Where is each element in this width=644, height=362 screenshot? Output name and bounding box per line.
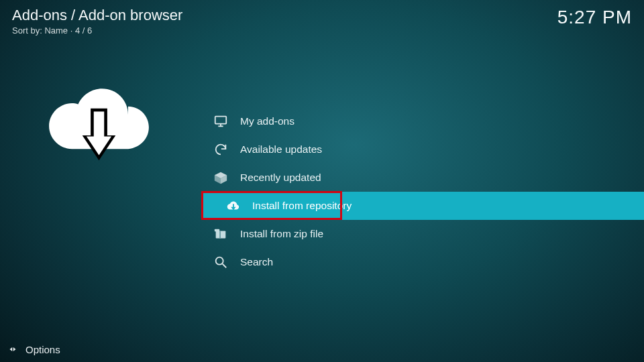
sort-separator: · <box>70 25 75 36</box>
monitor-icon <box>213 114 228 129</box>
open-box-icon <box>213 170 228 185</box>
svg-rect-13 <box>215 229 219 232</box>
refresh-icon <box>213 142 228 157</box>
cloud-download-large-icon <box>47 77 151 171</box>
options-label: Options <box>25 344 60 355</box>
menu-item-recently-updated[interactable]: Recently updated <box>201 164 644 192</box>
menu-item-search[interactable]: Search <box>201 248 644 276</box>
zip-file-icon <box>213 227 228 241</box>
menu-item-label: Install from zip file <box>240 228 323 240</box>
menu-item-label: Install from repository <box>252 200 352 212</box>
menu-item-label: Search <box>240 256 273 268</box>
sort-value: Name <box>44 25 68 36</box>
sort-label: Sort by: <box>12 25 42 36</box>
menu-item-label: Available updates <box>240 143 322 156</box>
svg-rect-4 <box>215 117 227 124</box>
svg-marker-17 <box>13 347 16 351</box>
cloud-download-icon <box>225 198 240 213</box>
menu-item-label: Recently updated <box>240 172 321 184</box>
svg-line-15 <box>223 264 227 268</box>
header: Add-ons / Add-on browser Sort by: Name ·… <box>12 7 632 36</box>
sort-line: Sort by: Name · 4 / 6 <box>12 25 182 36</box>
svg-point-14 <box>216 257 223 265</box>
menu-item-install-from-zip[interactable]: Install from zip file <box>201 220 644 248</box>
menu-item-label: My add-ons <box>240 115 294 127</box>
menu-item-my-addons[interactable]: My add-ons <box>201 107 644 135</box>
svg-rect-2 <box>94 111 105 138</box>
search-icon <box>213 255 228 269</box>
breadcrumb: Add-ons / Add-on browser <box>12 7 182 24</box>
footer-options[interactable]: Options <box>7 343 60 355</box>
menu: My add-ons Available updates Recently up… <box>201 107 644 276</box>
options-arrows-icon <box>7 343 19 355</box>
svg-marker-16 <box>10 347 13 351</box>
menu-item-install-from-repository[interactable]: Install from repository <box>201 192 644 220</box>
list-position: 4 / 6 <box>75 25 92 36</box>
menu-item-available-updates[interactable]: Available updates <box>201 135 644 164</box>
clock: 5:27 PM <box>557 7 632 28</box>
svg-rect-12 <box>219 231 221 238</box>
header-left: Add-ons / Add-on browser Sort by: Name ·… <box>12 7 182 36</box>
